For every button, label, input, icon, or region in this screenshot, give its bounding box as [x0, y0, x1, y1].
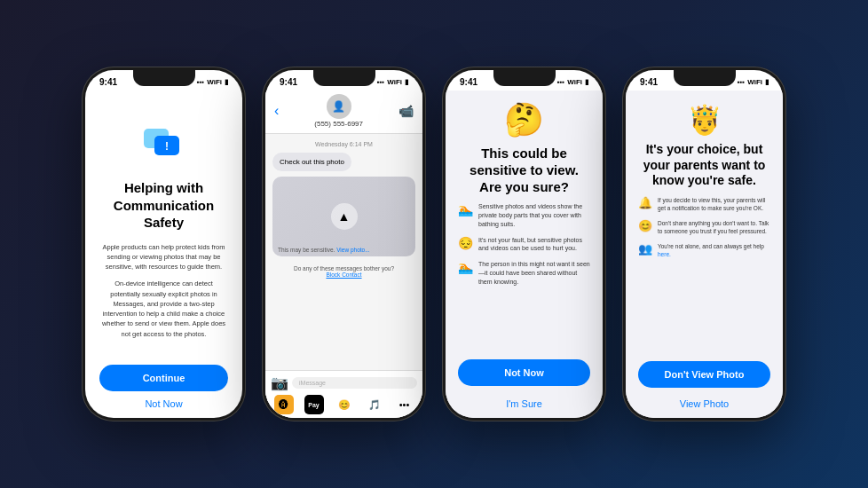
phone1-icon: !	[142, 127, 186, 170]
battery-icon: ▮	[765, 78, 769, 86]
block-contact-link[interactable]: Block Contact	[326, 272, 361, 278]
signal-icon: ▪▪▪	[738, 78, 746, 86]
warning-items: 🏊 Sensitive photos and videos show the p…	[458, 202, 590, 286]
messages-body: Wednesday 6:14 PM Check out this photo ▲…	[265, 134, 422, 370]
not-now-button[interactable]: Not Now	[458, 359, 590, 386]
signal-icon: ▪▪▪	[197, 78, 205, 86]
sad-emoji: 😔	[458, 236, 473, 250]
messages-header-center: 👤 (555) 555-6997	[314, 94, 363, 128]
phone1-body1: Apple products can help protect kids fro…	[99, 242, 228, 339]
not-now-text[interactable]: Not Now	[145, 398, 182, 409]
phone4-title: It's your choice, but your parents want …	[638, 142, 770, 189]
blur-warning-text: This may be sensitive. View photo...	[278, 247, 370, 253]
continue-button[interactable]: Continue	[99, 365, 228, 391]
phone4-status-icons: ▪▪▪ WiFi ▮	[738, 78, 769, 86]
info-text-3: You're not alone, and can always get hel…	[658, 242, 770, 258]
swim-emoji-2: 🏊	[458, 260, 473, 274]
people-emoji: 👥	[638, 242, 652, 256]
warning-text-2: It's not your fault, but sensitive photo…	[478, 236, 590, 254]
phone2-screen: 9:41 ▪▪▪ WiFi ▮ ‹ 👤 (555) 555-6997 📹	[265, 70, 422, 418]
phone3-screen: 9:41 ▪▪▪ WiFi ▮ 🤔 This could be sensitiv…	[446, 70, 603, 418]
memoji-icon[interactable]: 😊	[335, 395, 354, 414]
phone2-status-icons: ▪▪▪ WiFi ▮	[377, 78, 408, 86]
dont-view-button[interactable]: Don't View Photo	[638, 361, 770, 388]
blurred-photo: ▲ This may be sensitive. View photo...	[272, 177, 415, 256]
wifi-icon: WiFi	[387, 78, 402, 86]
input-row: 📷 iMessage	[271, 374, 417, 391]
phone1-screen: 9:41 ▪▪▪ WiFi ▮ !	[85, 70, 242, 418]
phone1-buttons: Continue Not Now	[99, 365, 228, 409]
view-photo-link[interactable]: View photo...	[336, 247, 369, 253]
msg-date: Wednesday 6:14 PM	[272, 141, 415, 147]
back-arrow-icon[interactable]: ‹	[274, 103, 279, 119]
app-icons-row: 🅐 Pay 😊 🎵 •••	[271, 395, 417, 414]
wifi-icon: WiFi	[207, 78, 222, 86]
phone1: 9:41 ▪▪▪ WiFi ▮ !	[82, 67, 246, 421]
msg-bubble: Check out this photo	[272, 153, 351, 171]
more-icon[interactable]: •••	[395, 395, 414, 414]
notification-emoji: 🔔	[638, 196, 652, 209]
phone3: 9:41 ▪▪▪ WiFi ▮ 🤔 This could be sensitiv…	[442, 67, 606, 421]
phone1-time: 9:41	[99, 77, 117, 87]
messages-input-bar: 📷 iMessage 🅐 Pay 😊 🎵 •••	[265, 370, 422, 418]
phone3-notch	[493, 70, 556, 86]
video-icon[interactable]: 📹	[398, 104, 414, 118]
info-item-3: 👥 You're not alone, and can always get h…	[638, 242, 770, 258]
phone4-content: 🤴 It's your choice, but your parents wan…	[626, 91, 783, 418]
camera-icon[interactable]: 📷	[271, 374, 288, 391]
im-sure-text[interactable]: I'm Sure	[458, 398, 590, 409]
info-item-2: 😊 Don't share anything you don't want to…	[638, 219, 770, 235]
warning-text-1: Sensitive photos and videos show the pri…	[478, 202, 590, 228]
phone4-buttons: Don't View Photo View Photo	[638, 361, 770, 409]
warning-text-3: The person in this might not want it see…	[478, 260, 590, 286]
phone2-notch	[313, 70, 375, 86]
phone3-title: This could be sensitive to view. Are you…	[458, 146, 590, 195]
info-item-1: 🔔 If you decide to view this, your paren…	[638, 196, 770, 212]
signal-icon: ▪▪▪	[557, 78, 565, 86]
view-photo-text[interactable]: View Photo	[638, 398, 770, 409]
smile-emoji: 😊	[638, 219, 652, 232]
phone3-status-icons: ▪▪▪ WiFi ▮	[557, 78, 588, 86]
battery-icon: ▮	[225, 78, 228, 86]
bother-text: Do any of these messages bother you? Blo…	[272, 265, 415, 278]
phone3-buttons: Not Now I'm Sure	[458, 359, 590, 409]
wifi-icon: WiFi	[747, 78, 762, 86]
phone2-time: 9:41	[280, 77, 297, 87]
battery-icon: ▮	[405, 78, 408, 86]
phone1-title: Helping with Communication Safety	[99, 179, 228, 232]
phone2-content: ‹ 👤 (555) 555-6997 📹 Wednesday 6:14 PM C…	[265, 91, 422, 418]
music-icon[interactable]: 🎵	[365, 395, 384, 414]
phone1-notch	[133, 70, 195, 86]
phone1-status-icons: ▪▪▪ WiFi ▮	[197, 78, 228, 86]
phones-container: 9:41 ▪▪▪ WiFi ▮ !	[64, 49, 804, 439]
phone4-notch	[674, 70, 736, 86]
info-text-2: Don't share anything you don't want to. …	[658, 219, 770, 235]
info-items: 🔔 If you decide to view this, your paren…	[638, 196, 770, 259]
battery-icon: ▮	[585, 78, 588, 86]
warning-item-2: 😔 It's not your fault, but sensitive pho…	[458, 236, 590, 254]
phone1-content: ! Helping with Communication Safety Appl…	[85, 91, 242, 418]
apple-pay-icon[interactable]: Pay	[304, 395, 324, 414]
message-input[interactable]: iMessage	[292, 377, 417, 389]
avatar: 👤	[327, 94, 351, 119]
svg-text:!: !	[165, 140, 169, 153]
phone2: 9:41 ▪▪▪ WiFi ▮ ‹ 👤 (555) 555-6997 📹	[262, 67, 426, 421]
help-link[interactable]: here.	[658, 251, 671, 257]
crown-emoji: 🤴	[687, 103, 722, 137]
warning-item-3: 🏊 The person in this might not want it s…	[458, 260, 590, 286]
thinking-emoji: 🤔	[504, 101, 544, 138]
app-store-icon[interactable]: 🅐	[274, 395, 294, 414]
phone4: 9:41 ▪▪▪ WiFi ▮ 🤴 It's your choice, but …	[622, 67, 786, 421]
contact-name: (555) 555-6997	[314, 120, 363, 128]
phone4-time: 9:41	[640, 77, 658, 87]
wifi-icon: WiFi	[567, 78, 582, 86]
phone3-content: 🤔 This could be sensitive to view. Are y…	[446, 91, 603, 418]
signal-icon: ▪▪▪	[377, 78, 385, 86]
warning-item-1: 🏊 Sensitive photos and videos show the p…	[458, 202, 590, 228]
phone4-screen: 9:41 ▪▪▪ WiFi ▮ 🤴 It's your choice, but …	[626, 70, 783, 418]
messages-header: ‹ 👤 (555) 555-6997 📹	[265, 91, 422, 134]
phone3-time: 9:41	[460, 77, 477, 87]
info-text-1: If you decide to view this, your parents…	[658, 196, 770, 212]
swim-emoji-1: 🏊	[458, 202, 473, 216]
